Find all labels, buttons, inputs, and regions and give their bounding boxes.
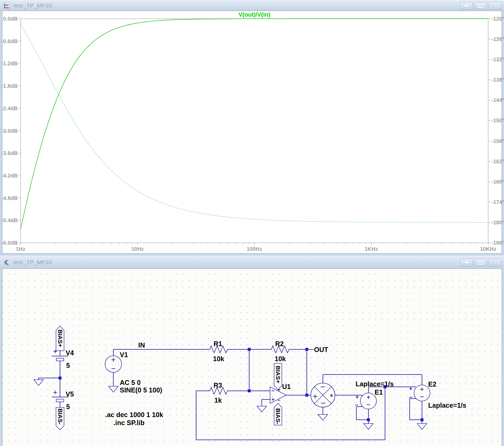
plot-window: test_TP_MF10 ✕ 0.0dB-0.6dB-1.2dB-1.8dB-2…	[0, 0, 504, 256]
minimize-icon	[464, 5, 469, 6]
minimize-button[interactable]	[460, 2, 473, 10]
minimize-button[interactable]	[460, 259, 473, 266]
plot-window-title: test_TP_MF10	[13, 2, 52, 9]
close-button[interactable]: ✕	[488, 259, 501, 266]
close-icon: ✕	[493, 260, 497, 265]
schematic-window-titlebar[interactable]: test_TP_MF10 ✕	[0, 256, 504, 269]
schematic-window-title: test_TP_MF10	[13, 259, 52, 266]
schematic-window-controls: ✕	[459, 259, 501, 266]
schematic-canvas[interactable]	[2, 269, 502, 446]
close-button[interactable]: ✕	[488, 2, 501, 10]
minimize-icon	[464, 262, 469, 263]
schematic-window-icon	[3, 259, 10, 266]
restore-button[interactable]	[474, 2, 487, 10]
restore-icon	[478, 3, 483, 8]
plot-window-titlebar[interactable]: test_TP_MF10 ✕	[0, 0, 504, 11]
restore-button[interactable]	[474, 259, 487, 266]
plot-window-controls: ✕	[459, 2, 501, 10]
restore-icon	[478, 260, 483, 265]
close-icon: ✕	[493, 3, 497, 8]
plot-pane[interactable]	[2, 11, 502, 254]
waveform-window-icon	[3, 2, 10, 9]
schematic-window: test_TP_MF10 ✕ BIAS+V45V55BIAS-INV1AC 5 …	[0, 256, 504, 446]
